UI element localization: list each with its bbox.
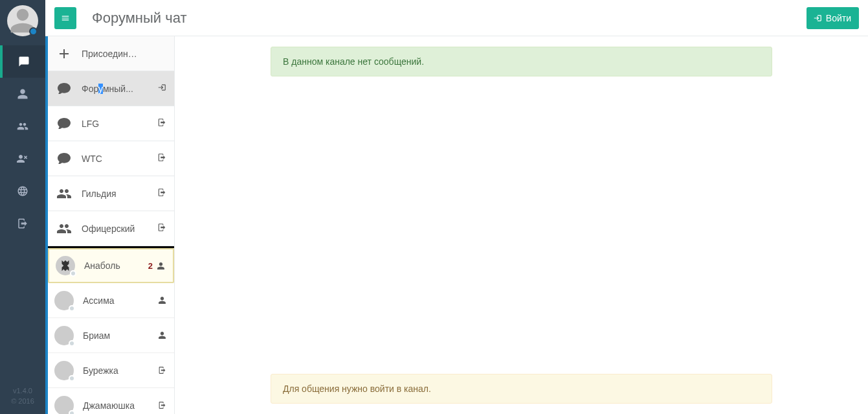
- users-icon: [17, 121, 28, 132]
- chat-icon: [18, 56, 30, 67]
- user-name: Бриам: [83, 330, 110, 341]
- current-user-avatar[interactable]: [7, 5, 38, 36]
- signout-icon: [17, 218, 28, 229]
- main-nav-rail: v1.4.0 © 2016: [0, 0, 45, 414]
- user-item[interactable]: Бурежка: [48, 353, 174, 388]
- nav-user[interactable]: [0, 78, 45, 110]
- join-channel-label: Присоедини...: [82, 49, 140, 59]
- user-avatar: [54, 396, 74, 415]
- nav-chat[interactable]: [0, 45, 45, 78]
- user-badge: 2: [148, 261, 165, 271]
- signout-icon[interactable]: [157, 118, 166, 129]
- app-copyright: © 2016: [11, 397, 34, 406]
- nav-globe[interactable]: [0, 175, 45, 207]
- channel-label: Форумный...: [82, 84, 133, 94]
- menu-toggle-button[interactable]: [54, 7, 76, 29]
- channel-label: Гильдия: [82, 189, 117, 199]
- user-item[interactable]: Ассима: [48, 283, 174, 318]
- app-version: v1.4.0: [11, 386, 34, 396]
- user-badge: [158, 401, 166, 409]
- header-bar: Форумный чат Войти: [45, 0, 868, 36]
- empty-channel-notice: В данном канале нет сообщений.: [271, 47, 772, 76]
- signin-icon[interactable]: [157, 83, 166, 94]
- person-icon: [157, 262, 165, 270]
- person-icon: [17, 88, 28, 100]
- user-avatar: [56, 256, 75, 275]
- login-button-label: Войти: [826, 13, 851, 23]
- plus-icon: [54, 46, 74, 62]
- signout-icon: [158, 401, 166, 409]
- signout-icon: [158, 366, 166, 374]
- comment-icon: [54, 81, 74, 97]
- comment-icon: [54, 151, 74, 167]
- chat-main: В данном канале нет сообщений. Для общен…: [175, 36, 868, 414]
- channel-sidebar: Присоедини... Форумный... LFG WTC Гильди…: [45, 36, 175, 414]
- signin-icon: [813, 14, 822, 23]
- channel-item-guild[interactable]: Гильдия: [48, 176, 174, 211]
- user-badge: [158, 296, 166, 305]
- join-channel-button[interactable]: Присоедини...: [48, 36, 174, 71]
- signout-icon[interactable]: [157, 188, 166, 199]
- channel-label: Офицерский: [82, 224, 135, 234]
- user-name: Джамаюшка: [83, 400, 135, 411]
- channel-label: LFG: [82, 119, 99, 129]
- signout-icon[interactable]: [157, 153, 166, 164]
- user-name: Ассима: [83, 295, 115, 306]
- nav-signout[interactable]: [0, 207, 45, 240]
- user-x-icon: [17, 153, 28, 165]
- user-name: Бурежка: [83, 365, 118, 376]
- user-badge: [158, 366, 166, 374]
- user-item[interactable]: Джамаюшка: [48, 388, 174, 414]
- user-name: Анаболь: [84, 260, 120, 271]
- user-badge: [158, 331, 166, 339]
- user-avatar: [54, 291, 74, 310]
- login-required-notice: Для общения нужно войти в канал.: [271, 374, 772, 404]
- users-icon: [54, 221, 74, 236]
- bars-icon: [60, 14, 71, 23]
- person-icon: [158, 331, 166, 339]
- comment-icon: [54, 116, 74, 132]
- signout-icon[interactable]: [157, 223, 166, 234]
- user-avatar: [54, 361, 74, 380]
- channel-item-officer[interactable]: Офицерский: [48, 211, 174, 246]
- user-item[interactable]: Бриам: [48, 318, 174, 353]
- person-icon: [158, 296, 166, 305]
- user-avatar: [54, 326, 74, 345]
- channel-item-lfg[interactable]: LFG: [48, 106, 174, 141]
- user-count: 2: [148, 261, 153, 271]
- app-footer: v1.4.0 © 2016: [11, 386, 34, 406]
- status-indicator: [29, 27, 38, 36]
- users-icon: [54, 186, 74, 201]
- channel-item-forum[interactable]: Форумный...: [48, 71, 174, 106]
- nav-users[interactable]: [0, 110, 45, 143]
- nav-user-remove[interactable]: [0, 143, 45, 175]
- login-button[interactable]: Войти: [807, 7, 859, 29]
- globe-icon: [17, 185, 28, 197]
- user-item[interactable]: Анаболь 2: [48, 248, 174, 283]
- channel-item-wtc[interactable]: WTC: [48, 141, 174, 176]
- channel-label: WTC: [82, 154, 102, 164]
- page-title: Форумный чат: [92, 10, 186, 27]
